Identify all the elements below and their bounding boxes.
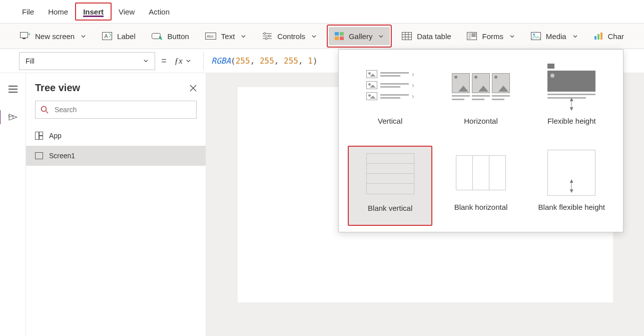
menu-bar: File Home Insert View Action — [0, 0, 644, 23]
chevron-down-icon — [572, 34, 578, 39]
svg-rect-20 — [594, 36, 596, 40]
svg-rect-10 — [335, 32, 339, 36]
svg-rect-25 — [40, 132, 43, 136]
svg-rect-22 — [600, 33, 602, 40]
chevron-down-icon — [241, 34, 246, 39]
property-selector[interactable]: Fill — [19, 52, 155, 70]
formula-input[interactable]: RGBA(255, 255, 255, 1) — [203, 52, 318, 70]
button-button[interactable]: Button — [146, 27, 195, 45]
svg-rect-4 — [152, 34, 160, 39]
ribbon-toolbar: + New screen Label Button Abc Text Contr… — [0, 23, 644, 49]
new-screen-label: New screen — [35, 32, 75, 41]
equals-label: = — [161, 56, 167, 66]
label-button-label: Label — [117, 32, 136, 41]
svg-rect-21 — [597, 34, 599, 40]
app-icon — [35, 132, 44, 140]
svg-rect-18 — [531, 33, 540, 40]
forms-button-label: Forms — [482, 32, 503, 41]
left-rail — [0, 73, 26, 336]
data-table-button[interactable]: Data table — [396, 27, 457, 45]
search-box[interactable] — [35, 101, 197, 119]
fx-icon: ƒx — [175, 56, 183, 66]
formula-fn: RGBA — [212, 56, 231, 66]
svg-text:+: + — [28, 32, 30, 37]
tree-view-rail-button[interactable] — [4, 109, 22, 125]
controls-button[interactable]: Controls — [256, 27, 323, 45]
tree-item-screen1[interactable]: Screen1 — [26, 146, 206, 166]
forms-button[interactable]: Forms — [461, 27, 521, 45]
hamburger-button[interactable] — [4, 81, 22, 97]
charts-button[interactable]: Char — [588, 27, 630, 45]
svg-rect-1 — [23, 38, 26, 39]
media-button-label: Media — [546, 32, 566, 41]
menu-view[interactable]: View — [112, 0, 142, 23]
svg-rect-14 — [402, 33, 412, 40]
gallery-option-blank-vertical[interactable]: Blank vertical — [348, 146, 432, 226]
svg-rect-24 — [36, 132, 39, 140]
search-icon — [41, 106, 49, 114]
svg-rect-17 — [472, 36, 475, 37]
svg-text:Abc: Abc — [207, 34, 214, 39]
menu-insert[interactable]: Insert — [75, 3, 112, 21]
gallery-option-flexible-height[interactable]: ▲│▼ Flexible height — [529, 60, 614, 140]
gallery-icon — [335, 32, 344, 40]
svg-point-9 — [265, 38, 267, 40]
new-screen-button[interactable]: + New screen — [14, 27, 92, 45]
svg-point-7 — [264, 33, 266, 35]
tree-item-app[interactable]: App — [26, 126, 206, 146]
tree-item-label: Screen1 — [49, 152, 75, 160]
button-button-label: Button — [168, 32, 189, 41]
gallery-option-vertical[interactable]: › › › Vertical — [348, 60, 432, 140]
svg-rect-12 — [335, 37, 339, 40]
svg-rect-11 — [340, 32, 344, 36]
label-icon — [102, 32, 112, 40]
media-button[interactable]: Media — [525, 27, 584, 45]
gallery-dropdown: › › › Vertical Horizontal ▲│▼ Flexible h… — [338, 49, 623, 232]
data-table-icon — [402, 32, 412, 40]
media-icon — [531, 32, 541, 40]
chevron-down-icon — [81, 34, 86, 39]
gallery-option-label: Blank horizontal — [454, 203, 508, 212]
controls-button-label: Controls — [277, 32, 305, 41]
tree-view-panel: Tree view App Screen1 — [26, 73, 206, 336]
svg-rect-27 — [36, 153, 43, 159]
fx-button[interactable]: ƒx — [175, 56, 195, 66]
tree-view-title: Tree view — [35, 82, 80, 94]
screen-icon — [35, 152, 44, 159]
gallery-option-blank-flexible-height[interactable]: ▲│▼ Blank flexible height — [529, 146, 614, 226]
chevron-down-icon — [378, 34, 384, 39]
svg-rect-13 — [340, 37, 344, 40]
gallery-button[interactable]: Gallery — [329, 27, 390, 45]
text-button-label: Text — [221, 32, 235, 41]
chevron-down-icon — [311, 34, 317, 39]
charts-icon — [594, 32, 603, 40]
search-input[interactable] — [54, 105, 191, 114]
gallery-option-horizontal[interactable]: Horizontal — [438, 60, 523, 140]
label-button[interactable]: Label — [96, 27, 142, 45]
chevron-down-icon — [143, 58, 149, 64]
svg-rect-16 — [472, 34, 475, 35]
gallery-button-highlight: Gallery — [327, 25, 392, 48]
gallery-option-label: Flexible height — [547, 117, 596, 126]
new-screen-icon: + — [20, 32, 30, 40]
svg-point-8 — [268, 35, 270, 37]
text-button[interactable]: Abc Text — [199, 27, 253, 45]
gallery-option-label: Blank flexible height — [538, 203, 605, 212]
chevron-down-icon — [509, 34, 515, 39]
menu-file[interactable]: File — [15, 0, 41, 23]
controls-icon — [262, 32, 272, 40]
property-name: Fill — [26, 57, 35, 65]
gallery-option-label: Horizontal — [464, 117, 498, 126]
gallery-option-label: Blank vertical — [368, 204, 412, 213]
menu-home[interactable]: Home — [41, 0, 75, 23]
text-icon: Abc — [205, 33, 216, 40]
forms-icon — [467, 32, 477, 40]
gallery-button-label: Gallery — [349, 32, 373, 41]
svg-point-19 — [533, 34, 535, 36]
gallery-option-label: Vertical — [378, 117, 402, 126]
close-icon[interactable] — [190, 85, 197, 92]
gallery-option-blank-horizontal[interactable]: Blank horizontal — [438, 146, 523, 226]
button-icon — [152, 32, 163, 40]
svg-point-23 — [42, 107, 47, 112]
menu-action[interactable]: Action — [142, 0, 177, 23]
